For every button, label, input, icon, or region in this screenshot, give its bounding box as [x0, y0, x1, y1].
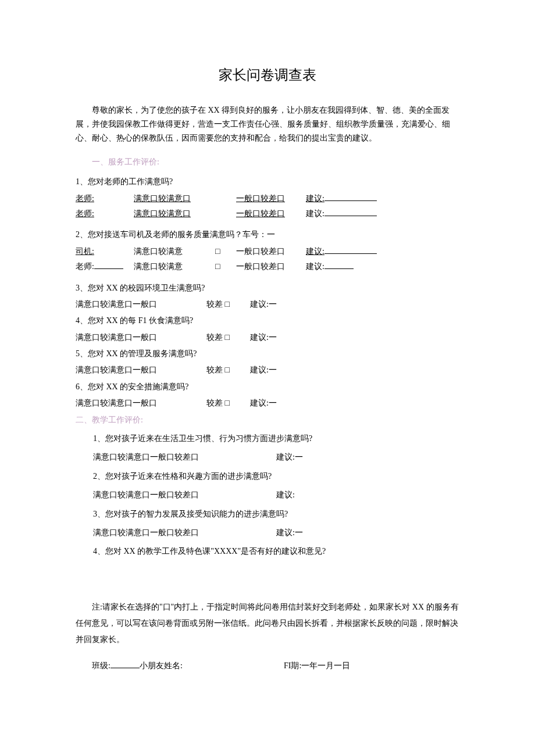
section2-header: 二、教学工作评价: [76, 414, 459, 427]
suggest-input[interactable] [324, 261, 354, 269]
s2-q1-rating: 满意口较满意口一般口较差口 建议:一 [93, 451, 459, 464]
rating-options[interactable]: 满意口较满意口一般口 [76, 397, 206, 410]
suggest-input[interactable] [324, 246, 377, 254]
suggest-label: 建议:一 [250, 364, 308, 377]
teacher-label: 老师: [76, 262, 94, 271]
teacher-label: 老师: [76, 194, 94, 203]
q5-text: 5、您对 XX 的管理及服务满意吗? [76, 347, 459, 360]
s2-q2-text: 2、您对孩子近来在性格和兴趣方面的进步满意吗? [93, 470, 459, 483]
rating-options[interactable]: 满意口较满意口一般口较差口 [93, 451, 276, 464]
q1-teacher-row-1: 老师: 满意口较满意口 一般口较差口 建议: [76, 192, 459, 205]
q6-rating: 满意口较满意口一般口 较差 □ 建议:一 [76, 397, 459, 410]
suggest-label: 建议:一 [276, 526, 334, 539]
q4-rating: 满意口较满意口一般口 较差 □ 建议:一 [76, 331, 459, 344]
rating-options[interactable]: 满意口较满意口一般口较差口 [93, 526, 276, 539]
rating-options[interactable]: 满意口较满意口一般口 [76, 364, 206, 377]
rating-options-2[interactable]: 一般口较差口 [236, 260, 306, 273]
suggest-input[interactable] [324, 193, 377, 201]
suggest-label: 建议: [306, 209, 324, 218]
s2-q4-text: 4、您对 XX 的教学工作及特色课"XXXX"是否有好的建议和意见? [93, 545, 459, 558]
q1-text: 1、您对老师的工作满意吗? [76, 175, 459, 188]
date-label: FI期:一年一月一日 [268, 660, 350, 672]
spacer [215, 192, 236, 205]
suggest-label: 建议: [276, 489, 334, 501]
suggest-label: 建议: [306, 262, 324, 271]
rating-options[interactable]: 满意口较满意 [134, 245, 215, 258]
class-label: 班级: [92, 661, 110, 670]
q4-text: 4、您对 XX 的每 F1 伙食满意吗? [76, 314, 459, 327]
spacer [215, 207, 236, 220]
rating-options[interactable]: 满意口较满意口 [134, 192, 215, 205]
teacher-label: 老师: [76, 209, 94, 218]
suggest-label: 建议: [306, 194, 324, 203]
suggest-label: 建议:一 [250, 331, 308, 344]
q3-text: 3、您对 XX 的校园环境卫生满意吗? [76, 282, 459, 295]
rating-options[interactable]: 满意口较满意 [134, 260, 215, 273]
q2-teacher-row: 老师: 满意口较满意 □ 一般口较差口 建议: [76, 260, 459, 273]
rating-options-2[interactable]: 一般口较差口 [236, 192, 306, 205]
driver-label: 司机: [76, 247, 94, 256]
rating-options[interactable]: 满意口较满意口一般口 [76, 331, 206, 344]
signature-row: 班级:小朋友姓名: FI期:一年一月一日 [76, 660, 459, 672]
intro-paragraph: 尊敬的家长，为了使您的孩子在 XX 得到良好的服务，让小朋友在我园得到体、智、德… [76, 103, 459, 145]
suggest-label: 建议:一 [250, 298, 308, 311]
rating-options-2[interactable]: 一般口较差口 [236, 245, 306, 258]
q3-rating: 满意口较满意口一般口 较差 □ 建议:一 [76, 298, 459, 311]
s2-q2-rating: 满意口较满意口一般口较差口 建议: [93, 489, 459, 501]
rating-options[interactable]: 满意口较满意口 [134, 207, 215, 220]
rating-poor[interactable]: 较差 □ [206, 397, 250, 410]
suggest-input[interactable] [324, 208, 377, 216]
checkbox[interactable]: □ [215, 260, 236, 273]
s2-q3-rating: 满意口较满意口一般口较差口 建议:一 [93, 526, 459, 539]
page-title: 家长问卷调查表 [76, 64, 459, 86]
s2-q1-text: 1、您对孩子近来在生活卫生习惯、行为习惯方面进步满意吗? [93, 432, 459, 445]
rating-options[interactable]: 满意口较满意口一般口较差口 [93, 489, 276, 501]
s2-q3-text: 3、您对孩子的智力发展及接受知识能力的进步满意吗? [93, 508, 459, 521]
suggest-label: 建议:一 [250, 397, 308, 410]
name-label: 小朋友姓名: [140, 661, 183, 670]
section2-block: 1、您对孩子近来在生活卫生习惯、行为习惯方面进步满意吗? 满意口较满意口一般口较… [76, 432, 459, 558]
suggest-label: 建议: [306, 247, 324, 256]
q2-text: 2、您对接送车司机及老师的服务质量满意吗？车号：一 [76, 228, 459, 241]
suggest-label: 建议:一 [276, 451, 334, 464]
q6-text: 6、您对 XX 的安全措施满意吗? [76, 381, 459, 393]
q5-rating: 满意口较满意口一般口 较差 □ 建议:一 [76, 364, 459, 377]
rating-options[interactable]: 满意口较满意口一般口 [76, 298, 206, 311]
class-input[interactable] [110, 660, 140, 668]
rating-poor[interactable]: 较差 □ [206, 331, 250, 344]
q1-teacher-row-2: 老师: 满意口较满意口 一般口较差口 建议: [76, 207, 459, 220]
q2-driver-row: 司机: 满意口较满意 □ 一般口较差口 建议: [76, 245, 459, 258]
rating-options-2[interactable]: 一般口较差口 [236, 207, 306, 220]
rating-poor[interactable]: 较差 □ [206, 298, 250, 311]
teacher-name-input[interactable] [94, 261, 123, 269]
rating-poor[interactable]: 较差 □ [206, 364, 250, 377]
footer-note: 注:请家长在选择的"口"内打上，于指定时间将此问卷用信封装好交到老师处，如果家长… [76, 599, 459, 648]
section1-header: 一、服务工作评价: [76, 156, 459, 169]
checkbox[interactable]: □ [215, 245, 236, 258]
